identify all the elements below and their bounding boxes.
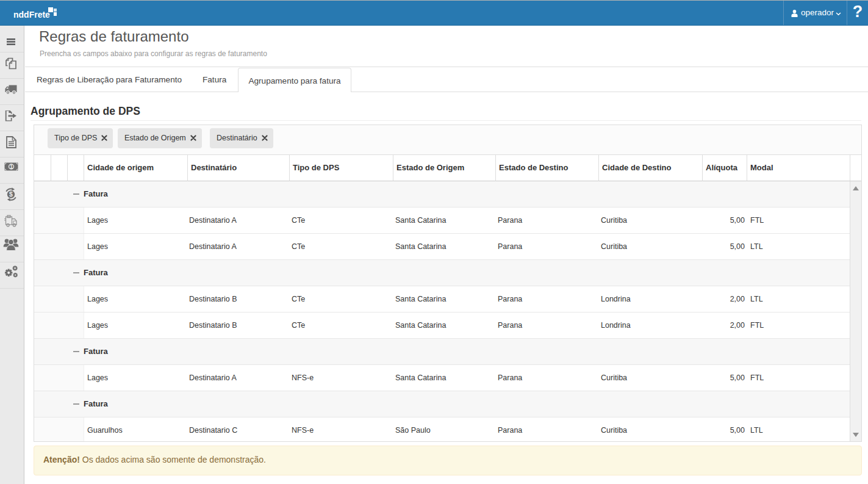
svg-text:$: $ xyxy=(9,190,13,198)
svg-text:1: 1 xyxy=(10,164,13,170)
